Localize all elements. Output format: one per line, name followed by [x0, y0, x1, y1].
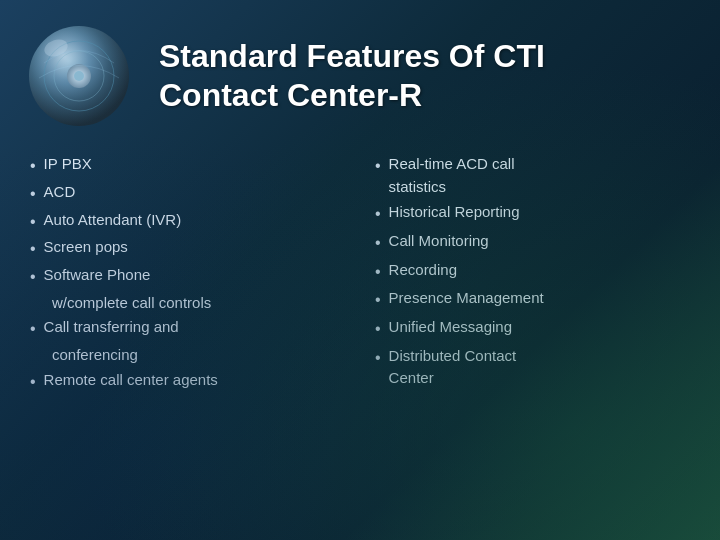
list-item: • ACD	[30, 181, 355, 207]
bullet-icon: •	[375, 260, 381, 285]
title-line2: Contact Center-R	[159, 77, 422, 113]
list-item: • IP PBX	[30, 153, 355, 179]
bullet-icon: •	[30, 265, 36, 290]
svg-point-5	[74, 71, 84, 81]
bullet-text: Presence Management	[389, 287, 544, 310]
bullet-text: Historical Reporting	[389, 201, 520, 224]
bullet-icon: •	[375, 346, 381, 371]
content-area: • IP PBX • ACD • Auto Attendant (IVR) • …	[0, 143, 720, 407]
bullet-text: conferencing	[52, 344, 138, 367]
list-item: • Screen pops	[30, 236, 355, 262]
cd-image	[24, 18, 139, 133]
bullet-icon: •	[30, 237, 36, 262]
list-item: • Auto Attendant (IVR)	[30, 209, 355, 235]
bullet-icon: •	[30, 370, 36, 395]
title-line1: Standard Features Of CTI	[159, 38, 545, 74]
list-item: • Call transferring and	[30, 316, 355, 342]
slide-title: Standard Features Of CTI Contact Center-…	[159, 37, 696, 114]
bullet-text: Software Phone	[44, 264, 151, 287]
bullet-text: ACD	[44, 181, 76, 204]
title-block: Standard Features Of CTI Contact Center-…	[159, 37, 696, 114]
bullet-text: Remote call center agents	[44, 369, 218, 392]
bullet-icon: •	[375, 231, 381, 256]
bullet-text: IP PBX	[44, 153, 92, 176]
left-column: • IP PBX • ACD • Auto Attendant (IVR) • …	[20, 153, 355, 397]
bullet-text: Unified Messaging	[389, 316, 512, 339]
list-item: • Presence Management	[375, 287, 700, 313]
bullet-icon: •	[375, 154, 381, 179]
left-bullet-list: • IP PBX • ACD • Auto Attendant (IVR) • …	[30, 153, 355, 395]
bullet-icon: •	[30, 210, 36, 235]
bullet-icon: •	[30, 182, 36, 207]
list-item-indent: w/complete call controls	[30, 292, 355, 315]
right-column: • Real-time ACD callstatistics • Histori…	[365, 153, 700, 397]
slide: Standard Features Of CTI Contact Center-…	[0, 0, 720, 540]
list-item: • Software Phone	[30, 264, 355, 290]
bullet-text: Screen pops	[44, 236, 128, 259]
list-item: • Distributed ContactCenter	[375, 345, 700, 390]
bullet-text: Call Monitoring	[389, 230, 489, 253]
right-bullet-list: • Real-time ACD callstatistics • Histori…	[375, 153, 700, 390]
list-item: • Unified Messaging	[375, 316, 700, 342]
bullet-text: Distributed ContactCenter	[389, 345, 517, 390]
bullet-icon: •	[375, 202, 381, 227]
list-item: • Historical Reporting	[375, 201, 700, 227]
bullet-icon: •	[375, 317, 381, 342]
bullet-text: Recording	[389, 259, 457, 282]
bullet-icon: •	[30, 154, 36, 179]
bullet-text: w/complete call controls	[52, 292, 211, 315]
bullet-icon: •	[30, 317, 36, 342]
list-item: • Recording	[375, 259, 700, 285]
bullet-text: Call transferring and	[44, 316, 179, 339]
bullet-text: Real-time ACD callstatistics	[389, 153, 515, 198]
list-item: • Call Monitoring	[375, 230, 700, 256]
bullet-text: Auto Attendant (IVR)	[44, 209, 182, 232]
header: Standard Features Of CTI Contact Center-…	[0, 0, 720, 143]
list-item: • Remote call center agents	[30, 369, 355, 395]
list-item: • Real-time ACD callstatistics	[375, 153, 700, 198]
bullet-icon: •	[375, 288, 381, 313]
list-item-indent: conferencing	[30, 344, 355, 367]
